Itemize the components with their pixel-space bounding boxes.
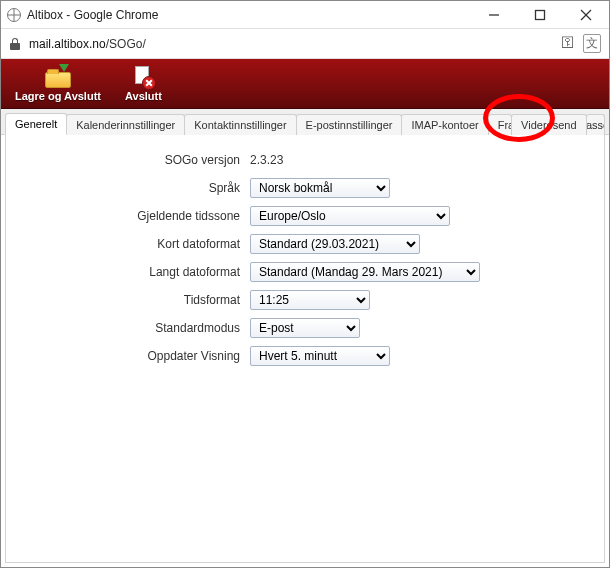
close-button[interactable]: [563, 1, 609, 28]
time-format-select[interactable]: 11:25: [250, 290, 370, 310]
quit-label: Avslutt: [125, 90, 162, 102]
language-label: Språk: [22, 181, 250, 195]
url-display[interactable]: mail.altibox.no/SOGo/: [29, 37, 146, 51]
time-format-label: Tidsformat: [22, 293, 250, 307]
refresh-label: Oppdater Visning: [22, 349, 250, 363]
minimize-button[interactable]: [471, 1, 517, 28]
timezone-label: Gjeldende tidssone: [22, 209, 250, 223]
refresh-select[interactable]: Hvert 5. minutt: [250, 346, 390, 366]
short-date-select[interactable]: Standard (29.03.2021): [250, 234, 420, 254]
long-date-label: Langt datoformat: [22, 265, 250, 279]
titlebar: Altibox - Google Chrome: [1, 1, 609, 29]
close-icon: [580, 9, 592, 21]
save-and-quit-button[interactable]: Lagre og Avslutt: [15, 66, 101, 102]
settings-panel: SOGo versjon 2.3.23 Språk Norsk bokmål G…: [5, 135, 605, 563]
timezone-select[interactable]: Europe/Oslo: [250, 206, 450, 226]
tab-calendar[interactable]: Kalenderinnstillinger: [66, 114, 185, 135]
browser-window: Altibox - Google Chrome mail.altibox.no/…: [0, 0, 610, 568]
save-and-quit-label: Lagre og Avslutt: [15, 90, 101, 102]
short-date-label: Kort datoformat: [22, 237, 250, 251]
version-label: SOGo versjon: [22, 153, 250, 167]
svg-rect-1: [536, 10, 545, 19]
maximize-button[interactable]: [517, 1, 563, 28]
key-icon[interactable]: ⚿: [561, 34, 573, 53]
translate-icon[interactable]: 文: [583, 34, 601, 53]
save-icon: [45, 66, 71, 88]
lock-icon: [9, 38, 21, 50]
tab-email[interactable]: E-postinnstillinger: [296, 114, 403, 135]
address-bar-icons: ⚿ 文: [561, 34, 601, 53]
settings-tabs: Generelt Kalenderinnstillinger Kontaktin…: [1, 109, 609, 135]
window-controls: [471, 1, 609, 28]
address-bar: mail.altibox.no/SOGo/ ⚿ 文: [1, 29, 609, 59]
app-toolbar: Lagre og Avslutt Avslutt: [1, 59, 609, 109]
quit-icon: [132, 66, 154, 88]
tab-imap[interactable]: IMAP-kontoer: [401, 114, 488, 135]
tab-general[interactable]: Generelt: [5, 113, 67, 135]
url-path: /SOGo/: [106, 37, 146, 51]
minimize-icon: [488, 9, 500, 21]
app-icon: [7, 8, 21, 22]
version-value: 2.3.23: [250, 153, 283, 167]
tab-contacts[interactable]: Kontaktinnstillinger: [184, 114, 296, 135]
tab-absence[interactable]: Fravær: [488, 114, 512, 135]
default-mode-label: Standardmodus: [22, 321, 250, 335]
long-date-select[interactable]: Standard (Mandag 29. Mars 2021): [250, 262, 480, 282]
default-mode-select[interactable]: E-post: [250, 318, 360, 338]
tab-forward[interactable]: Videresend: [511, 114, 586, 135]
tab-password[interactable]: Passord: [586, 114, 605, 135]
window-title: Altibox - Google Chrome: [27, 8, 158, 22]
language-select[interactable]: Norsk bokmål: [250, 178, 390, 198]
url-host: mail.altibox.no: [29, 37, 106, 51]
maximize-icon: [534, 9, 546, 21]
quit-button[interactable]: Avslutt: [125, 66, 162, 102]
